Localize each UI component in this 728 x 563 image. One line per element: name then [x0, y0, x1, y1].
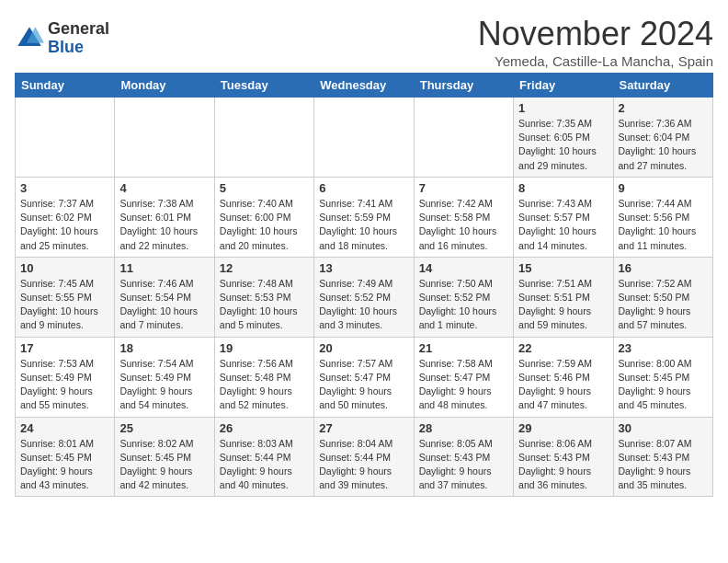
day-number: 3 [20, 181, 109, 195]
day-info: Sunrise: 8:03 AMSunset: 5:44 PMDaylight:… [220, 437, 309, 493]
day-number: 6 [319, 181, 408, 195]
day-info: Sunrise: 8:06 AMSunset: 5:43 PMDaylight:… [518, 437, 608, 493]
calendar-day-cell: 30Sunrise: 8:07 AMSunset: 5:43 PMDayligh… [613, 417, 712, 497]
day-info: Sunrise: 7:48 AMSunset: 5:53 PMDaylight:… [220, 277, 309, 333]
day-info: Sunrise: 7:40 AMSunset: 6:00 PMDaylight:… [220, 197, 309, 253]
day-info: Sunrise: 7:50 AMSunset: 5:52 PMDaylight:… [419, 277, 508, 333]
calendar-day-cell: 21Sunrise: 7:58 AMSunset: 5:47 PMDayligh… [414, 337, 513, 417]
calendar-day-cell [214, 98, 313, 178]
day-info: Sunrise: 7:49 AMSunset: 5:52 PMDaylight:… [319, 277, 408, 333]
day-number: 20 [319, 341, 408, 355]
day-number: 15 [518, 261, 608, 275]
logo-icon [15, 24, 44, 53]
day-number: 25 [119, 421, 209, 435]
day-number: 12 [220, 261, 309, 275]
day-number: 16 [619, 261, 708, 275]
calendar-day-cell: 18Sunrise: 7:54 AMSunset: 5:49 PMDayligh… [115, 337, 214, 417]
weekday-header: Friday [514, 74, 613, 98]
weekday-header: Thursday [414, 74, 513, 98]
calendar-day-cell: 25Sunrise: 8:02 AMSunset: 5:45 PMDayligh… [115, 417, 214, 497]
month-title: November 2024 [478, 15, 713, 53]
calendar-day-cell: 1Sunrise: 7:35 AMSunset: 6:05 PMDaylight… [514, 98, 613, 178]
day-number: 19 [220, 341, 309, 355]
day-info: Sunrise: 8:02 AMSunset: 5:45 PMDaylight:… [119, 437, 209, 493]
calendar-day-cell [16, 98, 115, 178]
calendar-day-cell: 7Sunrise: 7:42 AMSunset: 5:58 PMDaylight… [414, 177, 513, 257]
day-number: 21 [419, 341, 508, 355]
title-block: November 2024 Yemeda, Castille-La Mancha… [478, 15, 713, 69]
day-info: Sunrise: 7:57 AMSunset: 5:47 PMDaylight:… [319, 357, 408, 413]
calendar-day-cell: 24Sunrise: 8:01 AMSunset: 5:45 PMDayligh… [16, 417, 115, 497]
day-info: Sunrise: 7:36 AMSunset: 6:04 PMDaylight:… [619, 117, 708, 173]
day-number: 9 [619, 181, 708, 195]
calendar-week-row: 1Sunrise: 7:35 AMSunset: 6:05 PMDaylight… [16, 98, 713, 178]
day-number: 24 [20, 421, 109, 435]
calendar-table: SundayMondayTuesdayWednesdayThursdayFrid… [15, 73, 713, 497]
day-info: Sunrise: 7:51 AMSunset: 5:51 PMDaylight:… [518, 277, 608, 333]
calendar-day-cell: 28Sunrise: 8:05 AMSunset: 5:43 PMDayligh… [414, 417, 513, 497]
calendar-day-cell: 11Sunrise: 7:46 AMSunset: 5:54 PMDayligh… [115, 257, 214, 337]
day-number: 30 [619, 421, 708, 435]
day-info: Sunrise: 7:42 AMSunset: 5:58 PMDaylight:… [419, 197, 508, 253]
day-info: Sunrise: 7:59 AMSunset: 5:46 PMDaylight:… [518, 357, 608, 413]
day-info: Sunrise: 8:07 AMSunset: 5:43 PMDaylight:… [619, 437, 708, 493]
calendar-day-cell: 2Sunrise: 7:36 AMSunset: 6:04 PMDaylight… [613, 98, 712, 178]
day-info: Sunrise: 7:44 AMSunset: 5:56 PMDaylight:… [619, 197, 708, 253]
calendar-day-cell: 3Sunrise: 7:37 AMSunset: 6:02 PMDaylight… [16, 177, 115, 257]
day-number: 22 [518, 341, 608, 355]
day-info: Sunrise: 7:45 AMSunset: 5:55 PMDaylight:… [20, 277, 109, 333]
calendar-day-cell: 27Sunrise: 8:04 AMSunset: 5:44 PMDayligh… [314, 417, 414, 497]
day-info: Sunrise: 7:58 AMSunset: 5:47 PMDaylight:… [419, 357, 508, 413]
calendar-day-cell: 6Sunrise: 7:41 AMSunset: 5:59 PMDaylight… [314, 177, 414, 257]
day-number: 5 [220, 181, 309, 195]
day-info: Sunrise: 7:41 AMSunset: 5:59 PMDaylight:… [319, 197, 408, 253]
day-number: 1 [518, 101, 608, 115]
logo-blue: Blue [48, 38, 84, 56]
day-info: Sunrise: 7:46 AMSunset: 5:54 PMDaylight:… [119, 277, 209, 333]
logo: General Blue [15, 20, 109, 57]
day-number: 11 [119, 261, 209, 275]
calendar-day-cell: 20Sunrise: 7:57 AMSunset: 5:47 PMDayligh… [314, 337, 414, 417]
day-number: 4 [119, 181, 209, 195]
calendar-day-cell [414, 98, 513, 178]
day-number: 26 [220, 421, 309, 435]
weekday-header: Saturday [613, 74, 712, 98]
day-info: Sunrise: 7:37 AMSunset: 6:02 PMDaylight:… [20, 197, 109, 253]
day-info: Sunrise: 7:35 AMSunset: 6:05 PMDaylight:… [518, 117, 608, 173]
day-number: 7 [419, 181, 508, 195]
day-number: 23 [619, 341, 708, 355]
weekday-header: Sunday [16, 74, 115, 98]
weekday-header: Monday [115, 74, 214, 98]
calendar-week-row: 10Sunrise: 7:45 AMSunset: 5:55 PMDayligh… [16, 257, 713, 337]
day-number: 2 [619, 101, 708, 115]
day-number: 18 [119, 341, 209, 355]
calendar-day-cell: 19Sunrise: 7:56 AMSunset: 5:48 PMDayligh… [214, 337, 313, 417]
day-info: Sunrise: 8:05 AMSunset: 5:43 PMDaylight:… [419, 437, 508, 493]
calendar-day-cell [314, 98, 414, 178]
day-info: Sunrise: 7:38 AMSunset: 6:01 PMDaylight:… [119, 197, 209, 253]
day-number: 10 [20, 261, 109, 275]
calendar-day-cell [115, 98, 214, 178]
day-number: 14 [419, 261, 508, 275]
calendar-header-row: SundayMondayTuesdayWednesdayThursdayFrid… [16, 74, 713, 98]
calendar-week-row: 17Sunrise: 7:53 AMSunset: 5:49 PMDayligh… [16, 337, 713, 417]
day-info: Sunrise: 8:04 AMSunset: 5:44 PMDaylight:… [319, 437, 408, 493]
day-info: Sunrise: 8:01 AMSunset: 5:45 PMDaylight:… [20, 437, 109, 493]
day-number: 13 [319, 261, 408, 275]
weekday-header: Wednesday [314, 74, 414, 98]
day-info: Sunrise: 8:00 AMSunset: 5:45 PMDaylight:… [619, 357, 708, 413]
weekday-header: Tuesday [214, 74, 313, 98]
day-info: Sunrise: 7:52 AMSunset: 5:50 PMDaylight:… [619, 277, 708, 333]
calendar-day-cell: 29Sunrise: 8:06 AMSunset: 5:43 PMDayligh… [514, 417, 613, 497]
logo-text: General Blue [48, 20, 109, 57]
day-info: Sunrise: 7:56 AMSunset: 5:48 PMDaylight:… [220, 357, 309, 413]
calendar-day-cell: 10Sunrise: 7:45 AMSunset: 5:55 PMDayligh… [16, 257, 115, 337]
logo-general: General [48, 19, 109, 38]
calendar-week-row: 3Sunrise: 7:37 AMSunset: 6:02 PMDaylight… [16, 177, 713, 257]
calendar-day-cell: 26Sunrise: 8:03 AMSunset: 5:44 PMDayligh… [214, 417, 313, 497]
calendar-day-cell: 15Sunrise: 7:51 AMSunset: 5:51 PMDayligh… [514, 257, 613, 337]
day-number: 29 [518, 421, 608, 435]
calendar-day-cell: 9Sunrise: 7:44 AMSunset: 5:56 PMDaylight… [613, 177, 712, 257]
calendar-day-cell: 14Sunrise: 7:50 AMSunset: 5:52 PMDayligh… [414, 257, 513, 337]
day-number: 27 [319, 421, 408, 435]
